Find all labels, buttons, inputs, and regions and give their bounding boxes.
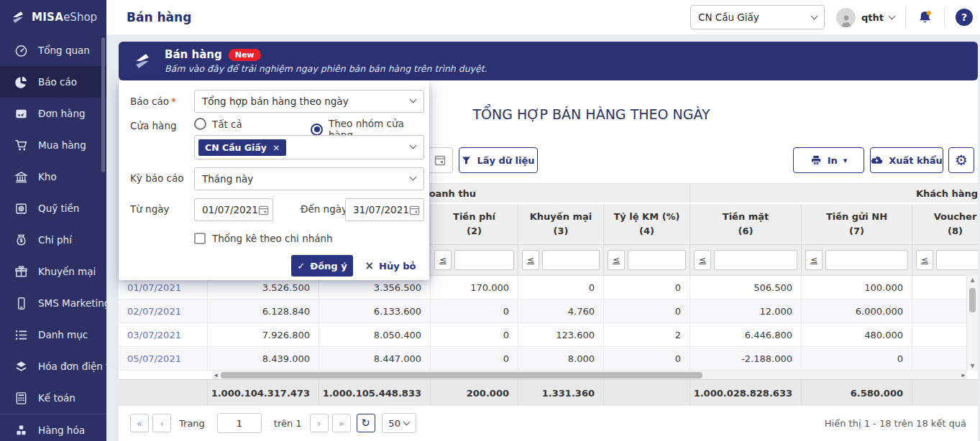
- table-row[interactable]: 05/07/2021 8.439.000 8.447.000 0 8.000 0…: [119, 347, 967, 371]
- gift-icon: [14, 264, 28, 279]
- scroll-left-icon[interactable]: ◂: [214, 371, 218, 379]
- sidebar-item-ke-toan[interactable]: Kế toán: [0, 382, 106, 414]
- date-link[interactable]: 03/07/2021: [119, 323, 208, 346]
- column-header-tien-phi[interactable]: Tiền phí(2): [431, 204, 518, 244]
- sidebar-item-hang-hoa[interactable]: Hàng hóa: [0, 414, 106, 441]
- previous-page-button[interactable]: ‹: [152, 414, 171, 432]
- sidebar-item-label: Tổng quan: [38, 45, 90, 56]
- calendar-icon: [434, 154, 446, 166]
- to-date-input[interactable]: 31/07/2021: [345, 198, 424, 221]
- store-radio-all[interactable]: Tất cả: [194, 118, 242, 130]
- sidebar-item-quy-tien[interactable]: Quỹ tiền: [0, 192, 106, 224]
- warehouse-icon: [14, 170, 28, 184]
- cancel-button[interactable]: × Hủy bỏ: [360, 255, 421, 277]
- filter-operator-button[interactable]: ≤: [522, 250, 539, 270]
- scroll-down-icon[interactable]: ▼: [970, 363, 974, 369]
- column-filter-input[interactable]: [628, 250, 686, 270]
- sidebar-item-label: SMS Marketing: [38, 297, 110, 309]
- ok-button[interactable]: ✓ Đồng ý: [291, 255, 353, 277]
- column-header-tien-mat[interactable]: Tiền mặt(6): [690, 204, 802, 244]
- calendar-icon: [258, 205, 269, 215]
- user-menu-chevron-icon[interactable]: [889, 12, 896, 19]
- page-size-select[interactable]: 50: [382, 413, 416, 433]
- from-date-input[interactable]: 01/07/2021: [194, 198, 273, 221]
- next-page-button[interactable]: ›: [310, 414, 329, 432]
- refresh-button[interactable]: ↻: [357, 414, 375, 432]
- notification-bell-icon[interactable]: [917, 9, 933, 26]
- page-number-input[interactable]: 1: [217, 413, 262, 433]
- group-header-khach-hang-thanh-toan: Khách hàng thanh toán: [690, 184, 978, 203]
- column-filter-input[interactable]: [714, 250, 797, 270]
- filter-operator-button[interactable]: ≤: [694, 250, 711, 270]
- topbar: Bán hàng CN Cầu Giấy qtht ?: [106, 0, 980, 34]
- sidebar-item-bao-cao[interactable]: Báo cáo: [0, 66, 106, 98]
- scroll-up-icon[interactable]: ▲: [970, 277, 974, 283]
- sidebar-item-tong-quan[interactable]: Tổng quan: [0, 34, 106, 66]
- sidebar-item-label: Mua hàng: [38, 139, 86, 151]
- sidebar: MISAeShop Tổng quan Báo cáo Đơn hàng Mua…: [0, 0, 106, 441]
- chevron-down-icon: [410, 96, 417, 103]
- calendar-icon: [409, 205, 420, 215]
- chevron-down-icon: [410, 174, 417, 181]
- avatar[interactable]: [836, 8, 856, 27]
- export-button[interactable]: Xuất khẩu: [870, 147, 943, 173]
- period-select[interactable]: Tháng này: [194, 167, 424, 190]
- filter-operator-button[interactable]: ≤: [916, 250, 933, 270]
- app-logo[interactable]: MISAeShop: [0, 0, 106, 34]
- last-page-button[interactable]: »: [332, 414, 351, 432]
- store-multiselect[interactable]: CN Cầu Giấy ×: [194, 135, 424, 159]
- filter-operator-button[interactable]: ≤: [805, 250, 823, 270]
- scrollbar-thumb[interactable]: [221, 372, 702, 379]
- column-filter-input[interactable]: [542, 250, 600, 270]
- filter-operator-button[interactable]: ≤: [608, 250, 625, 270]
- report-type-select[interactable]: Tổng hợp bán hàng theo ngày: [194, 90, 424, 113]
- help-icon[interactable]: ?: [956, 9, 973, 26]
- tag-close-icon[interactable]: ×: [273, 142, 280, 153]
- vertical-scrollbar[interactable]: ▲ ▼: [966, 275, 978, 371]
- first-page-button[interactable]: «: [130, 414, 149, 432]
- sidebar-item-label: Hóa đơn điện tử: [38, 361, 116, 372]
- branch-statistics-checkbox[interactable]: Thống kê theo chi nhánh: [194, 233, 333, 244]
- settings-button[interactable]: ⚙: [948, 147, 974, 173]
- print-button[interactable]: In ▾: [793, 147, 864, 173]
- results-status: Hiển thị 1 - 18 trên 18 kết quả: [825, 418, 966, 429]
- sidebar-item-label: Danh mục: [38, 329, 88, 340]
- column-header-ty-le-km[interactable]: Tỷ lệ KM (%)(4): [604, 204, 690, 244]
- phone-icon: [14, 296, 28, 310]
- sidebar-item-mua-hang[interactable]: Mua hàng: [0, 129, 106, 161]
- sidebar-item-khuyen-mai[interactable]: Khuyến mại: [0, 256, 106, 287]
- divider: [944, 8, 945, 27]
- list-icon: [14, 328, 28, 342]
- column-header-khuyen-mai[interactable]: Khuyến mại(3): [518, 204, 604, 244]
- to-date-label: Đến ngày: [301, 203, 347, 215]
- divider: [905, 8, 906, 27]
- scroll-right-icon[interactable]: ▸: [961, 371, 965, 379]
- column-filter-input[interactable]: [936, 250, 978, 270]
- sidebar-item-sms-marketing[interactable]: SMS Marketing: [0, 287, 106, 319]
- date-link[interactable]: 02/07/2021: [119, 300, 208, 322]
- column-header-tien-gui-nh[interactable]: Tiền gửi NH(7): [802, 204, 912, 244]
- get-data-button[interactable]: Lấy dữ liệu: [459, 147, 538, 173]
- sidebar-item-don-hang[interactable]: Đơn hàng: [0, 98, 106, 129]
- scrollbar-thumb[interactable]: [969, 288, 976, 312]
- chevron-down-icon: [410, 142, 417, 149]
- safe-icon: [14, 201, 28, 215]
- table-row[interactable]: 02/07/2021 6.128.840 6.133.600 0 4.760 0…: [119, 300, 967, 323]
- sidebar-item-hoa-don-dien-tu[interactable]: Hóa đơn điện tử: [0, 351, 106, 382]
- sidebar-item-danh-muc[interactable]: Danh mục: [0, 319, 106, 351]
- sidebar-scrollbar[interactable]: [101, 37, 105, 172]
- date-link[interactable]: 05/07/2021: [119, 347, 208, 370]
- column-filter-input[interactable]: [825, 250, 908, 270]
- sidebar-item-label: Hàng hóa: [38, 424, 85, 436]
- sidebar-item-kho[interactable]: Kho: [0, 161, 106, 192]
- horizontal-scrollbar[interactable]: ◂ ▸: [212, 371, 967, 379]
- column-filter-input[interactable]: [454, 250, 514, 270]
- sidebar-item-label: Chi phí: [38, 234, 72, 246]
- table-row[interactable]: 03/07/2021 7.926.800 8.050.400 0 123.600…: [119, 323, 967, 347]
- sidebar-item-chi-phi[interactable]: Chi phí: [0, 224, 106, 256]
- filter-operator-button[interactable]: ≤: [434, 250, 452, 270]
- branch-selector[interactable]: CN Cầu Giấy: [690, 5, 825, 29]
- column-header-voucher[interactable]: Voucher(8): [912, 204, 978, 244]
- branch-selector-value: CN Cầu Giấy: [698, 11, 759, 23]
- sales-banner[interactable]: Bán hàng New Bấm vào đây để trải nghiệm …: [119, 42, 978, 80]
